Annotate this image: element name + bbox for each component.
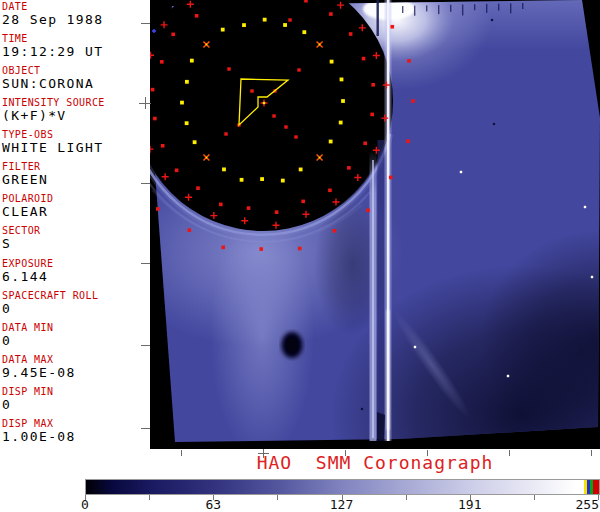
red-ring-inner-dot	[171, 33, 175, 37]
yellow-ring-dot	[240, 178, 244, 182]
metadata-field: SECTORS	[2, 226, 150, 251]
yellow-ring-dot	[299, 168, 303, 172]
metadata-sidebar: DATE28 Sep 1988TIME19:12:29 UTOBJECTSUN:…	[0, 0, 150, 450]
dark-blob	[282, 332, 303, 358]
coronagraph-image	[150, 0, 600, 449]
star-point	[591, 276, 593, 278]
yellow-ring-dot	[263, 18, 267, 22]
field-label: INTENSITY SOURCE	[2, 98, 150, 108]
colorbar-label: 191	[458, 498, 481, 511]
field-label: TYPE-OBS	[2, 130, 150, 140]
field-label: SPACECRAFT ROLL	[2, 291, 150, 301]
scatter-dot	[297, 68, 300, 71]
red-ring-inner-dot	[151, 88, 155, 92]
red-ring-inner-dot	[153, 117, 157, 121]
red-ring-inner-dot	[371, 83, 375, 87]
metadata-field: DATA MAX9.45E-08	[2, 355, 150, 380]
star-point	[414, 346, 416, 348]
metadata-field: EXPOSURE6.144	[2, 259, 150, 284]
red-ring-inner-dot	[301, 200, 305, 204]
image-title: HAO SMM Coronagraph	[150, 453, 600, 473]
field-label: DISP MIN	[2, 387, 150, 397]
red-ring-inner-dot	[304, 0, 308, 2]
dark-speck	[491, 19, 493, 21]
top-edge-bleed-mark	[450, 5, 451, 12]
yellow-ring-dot	[283, 23, 287, 27]
field-value: 9.45E-08	[2, 366, 150, 380]
red-ring-inner-dot	[362, 57, 366, 61]
field-value: SUN:CORONA	[2, 77, 150, 91]
sun-center-dot	[263, 102, 265, 104]
diagonal-x-mark-center	[206, 44, 208, 46]
left-axis-tick	[141, 183, 150, 184]
red-ring-outer-dot	[390, 25, 394, 29]
red-ring-inner-dot	[161, 144, 165, 148]
scatter-dot	[227, 67, 230, 70]
yellow-ring-dot	[180, 101, 184, 105]
field-value: (K+F)*V	[2, 109, 150, 123]
yellow-ring-dot	[330, 60, 334, 64]
top-edge-bleed-mark	[510, 3, 511, 13]
scatter-dot	[250, 89, 253, 92]
yellow-ring-dot	[242, 23, 246, 27]
scatter-dot	[272, 114, 275, 117]
field-label: FILTER	[2, 162, 150, 172]
metadata-field: TIME19:12:29 UT	[2, 34, 150, 59]
red-ring-outer-dot	[259, 247, 263, 251]
red-ring-outer-dot	[406, 139, 410, 143]
metadata-field: POLAROIDCLEAR	[2, 194, 150, 219]
dark-speck	[361, 408, 363, 410]
field-value: GREEN	[2, 173, 150, 187]
metadata-field: OBJECTSUN:CORONA	[2, 66, 150, 91]
field-value: 0	[2, 302, 150, 316]
field-label: POLAROID	[2, 194, 150, 204]
metadata-field: DISP MAX1.00E-08	[2, 419, 150, 444]
red-ring-inner-dot	[175, 169, 179, 173]
yellow-ring-dot	[340, 78, 344, 82]
field-value: 28 Sep 1988	[2, 13, 150, 27]
yellow-ring-dot	[185, 80, 189, 84]
field-value: 1.00E-08	[2, 430, 150, 444]
metadata-field: DISP MIN0	[2, 387, 150, 412]
red-ring-inner-dot	[328, 188, 332, 192]
star-point	[460, 171, 462, 173]
top-edge-bleed-mark	[402, 6, 403, 13]
yellow-ring-dot	[190, 59, 194, 63]
red-ring-inner-dot	[329, 12, 333, 16]
colorbar-label: 255	[576, 498, 599, 511]
scatter-dot	[284, 125, 287, 128]
field-value: CLEAR	[2, 205, 150, 219]
red-ring-inner-dot	[363, 142, 367, 146]
metadata-field: SPACECRAFT ROLL0	[2, 291, 150, 316]
yellow-ring-dot	[185, 121, 189, 125]
left-axis-tick	[141, 263, 150, 264]
coronagraph-display-window: DATE28 Sep 1988TIME19:12:29 UTOBJECTSUN:…	[0, 0, 600, 512]
yellow-ring-dot	[339, 121, 343, 125]
star-point	[584, 206, 586, 208]
dark-speck	[580, 351, 582, 353]
metadata-field: TYPE-OBSWHITE LIGHT	[2, 130, 150, 155]
colorbar-tick	[277, 495, 278, 500]
red-ring-inner-dot	[370, 113, 374, 117]
top-edge-bleed-mark	[462, 5, 463, 16]
top-edge-bleed-mark	[522, 3, 523, 9]
red-ring-outer-dot	[187, 228, 191, 232]
red-ring-inner-dot	[349, 32, 353, 36]
field-value: 0	[2, 398, 150, 412]
red-ring-inner-dot	[160, 60, 164, 64]
top-edge-bleed-mark	[426, 5, 427, 11]
colorbar-label: 127	[330, 498, 353, 511]
yellow-ring-dot	[222, 167, 226, 171]
yellow-ring-dot	[260, 177, 264, 181]
left-axis-tick	[141, 23, 150, 24]
top-edge-bleed-mark	[438, 5, 439, 14]
red-ring-outer-dot	[156, 207, 160, 211]
metadata-field: DATA MIN0	[2, 323, 150, 348]
top-edge-bleed-mark	[486, 4, 487, 13]
left-axis-tick	[141, 345, 150, 346]
red-ring-inner-dot	[219, 203, 223, 207]
red-ring-outer-dot	[411, 99, 415, 103]
colorbar-label: 63	[205, 498, 221, 511]
red-ring-inner-dot	[347, 166, 351, 170]
metadata-field: DATE28 Sep 1988	[2, 2, 150, 27]
